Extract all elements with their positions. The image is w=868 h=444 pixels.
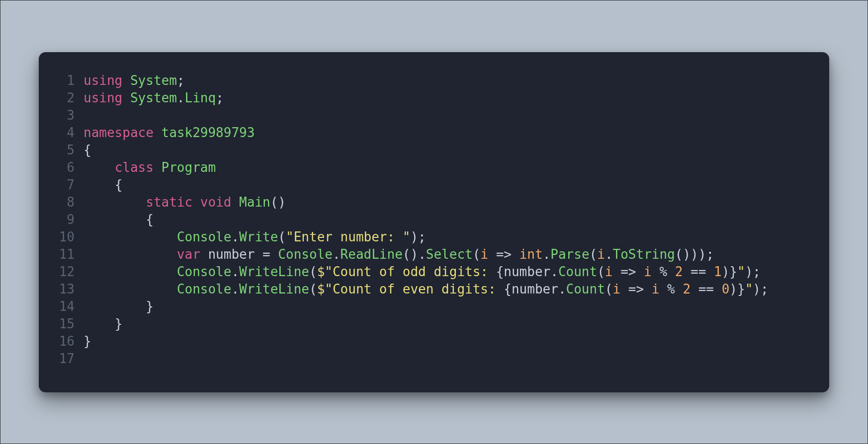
- line-number: 9: [59, 211, 84, 228]
- line-number: 13: [59, 281, 84, 298]
- code-content: {: [84, 211, 809, 228]
- code-line: 4namespace task29989793: [59, 124, 809, 142]
- code-line: 3: [59, 107, 809, 124]
- code-line: 16}: [59, 333, 809, 350]
- line-number: 3: [59, 107, 84, 124]
- code-content: }: [84, 333, 809, 350]
- code-content: }: [84, 298, 809, 315]
- code-line: 11 var number = Console.ReadLine().Selec…: [59, 246, 809, 263]
- code-content: {: [84, 142, 809, 159]
- line-number: 16: [59, 333, 84, 350]
- code-line: 6 class Program: [59, 159, 809, 176]
- line-number: 12: [59, 263, 84, 281]
- line-number: 8: [59, 194, 84, 211]
- line-number: 7: [59, 176, 84, 194]
- code-panel: 1using System;2using System.Linq;34names…: [39, 52, 829, 392]
- line-number: 5: [59, 142, 84, 159]
- code-content: {: [84, 176, 809, 194]
- code-line: 1using System;: [59, 72, 809, 89]
- line-number: 14: [59, 298, 84, 315]
- code-content: namespace task29989793: [84, 124, 809, 142]
- code-content: [84, 350, 809, 368]
- code-line: 14 }: [59, 298, 809, 315]
- code-line: 15 }: [59, 315, 809, 333]
- code-content: Console.WriteLine($"Count of even digits…: [84, 281, 809, 298]
- code-line: 10 Console.Write("Enter number: ");: [59, 228, 809, 246]
- line-number: 15: [59, 315, 84, 333]
- code-line: 9 {: [59, 211, 809, 228]
- code-content: var number = Console.ReadLine().Select(i…: [84, 246, 809, 263]
- line-number: 17: [59, 350, 84, 368]
- code-line: 2using System.Linq;: [59, 89, 809, 107]
- code-content: static void Main(): [84, 194, 809, 211]
- code-line: 12 Console.WriteLine($"Count of odd digi…: [59, 263, 809, 281]
- code-line: 13 Console.WriteLine($"Count of even dig…: [59, 281, 809, 298]
- line-number: 4: [59, 124, 84, 142]
- code-line: 8 static void Main(): [59, 194, 809, 211]
- code-content: Console.Write("Enter number: ");: [84, 228, 809, 246]
- code-content: class Program: [84, 159, 809, 176]
- code-content: Console.WriteLine($"Count of odd digits:…: [84, 263, 809, 281]
- code-block: 1using System;2using System.Linq;34names…: [59, 72, 809, 368]
- line-number: 10: [59, 228, 84, 246]
- code-line: 5{: [59, 142, 809, 159]
- code-content: using System.Linq;: [84, 89, 809, 107]
- code-line: 7 {: [59, 176, 809, 194]
- line-number: 1: [59, 72, 84, 89]
- line-number: 6: [59, 159, 84, 176]
- line-number: 2: [59, 89, 84, 107]
- code-content: using System;: [84, 72, 809, 89]
- code-content: }: [84, 315, 809, 333]
- line-number: 11: [59, 246, 84, 263]
- code-content: [84, 107, 809, 124]
- code-line: 17: [59, 350, 809, 368]
